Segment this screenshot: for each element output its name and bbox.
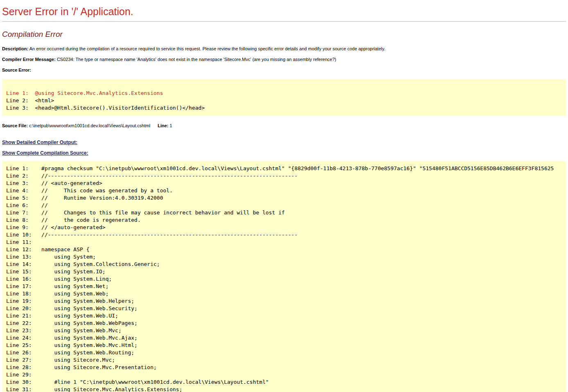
source-file-row: Source File: c:\inetpub\wwwroot\xm1001cd… [2, 123, 568, 128]
description-label: Description: [2, 46, 28, 51]
description-row: Description: An error occurred during th… [2, 46, 568, 52]
source-file-label: Source File: [2, 123, 28, 128]
compilation-source-code: Line 1: #pragma checksum "C:\inetpub\www… [2, 161, 566, 392]
divider [2, 21, 566, 22]
source-error-code: Line 1: @using Sitecore.Mvc.Analytics.Ex… [2, 79, 566, 116]
error-type-subtitle: Compilation Error [2, 30, 568, 39]
source-file-line-number: 1 [168, 123, 172, 128]
description-text: An error occurred during the compilation… [28, 46, 385, 51]
source-file-line-label: Line: [158, 123, 168, 128]
source-error-label: Source Error: [2, 68, 31, 72]
compiler-error-label: Compiler Error Message: [2, 57, 56, 62]
source-error-box: Line 1: @using Sitecore.Mvc.Analytics.Ex… [2, 79, 566, 116]
compilation-source-box: Line 1: #pragma checksum "C:\inetpub\www… [2, 161, 566, 392]
show-detailed-compiler-output-link[interactable]: Show Detailed Compiler Output: [2, 140, 568, 145]
source-file-path: c:\inetpub\wwwroot\xm1001cd.dev.local\Vi… [28, 123, 150, 128]
compiler-error-row: Compiler Error Message: CS0234: The type… [2, 57, 568, 62]
compiler-error-text: CS0234: The type or namespace name 'Anal… [56, 57, 336, 62]
source-error-row: Source Error: [2, 68, 568, 73]
show-complete-compilation-source-link[interactable]: Show Complete Compilation Source: [2, 151, 568, 156]
page-title: Server Error in '/' Application. [2, 6, 568, 17]
error-page: Server Error in '/' Application. Compila… [0, 6, 568, 392]
